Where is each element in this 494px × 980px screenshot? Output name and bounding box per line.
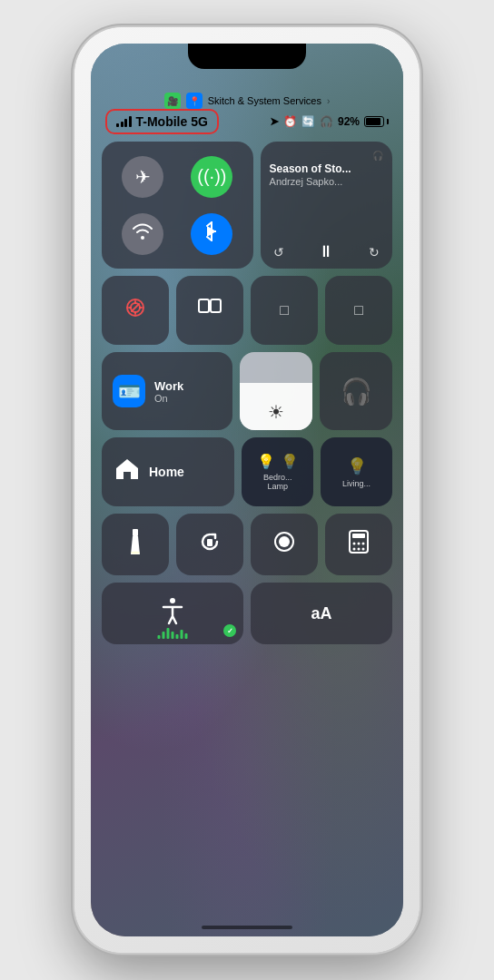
id-card-icon: 🪪 <box>118 380 141 402</box>
svg-point-13 <box>358 543 361 545</box>
lamp-on-icon: 💡 <box>257 453 275 470</box>
record-icon <box>274 532 294 557</box>
cellular-button[interactable]: ((·)) <box>191 156 232 198</box>
bedroom-lamp-icons: 💡 💡 <box>257 453 299 470</box>
bluetooth-button[interactable] <box>191 213 232 255</box>
calculator-icon <box>349 530 369 559</box>
media-artist: Andrzej Sapko... <box>270 176 383 187</box>
home-button[interactable]: Home <box>102 437 234 506</box>
calculator-button[interactable] <box>325 514 392 575</box>
svg-point-16 <box>358 548 361 551</box>
control-center-grid: ✈ ((·)) <box>102 142 392 911</box>
bar-6 <box>181 630 183 639</box>
media-controls: ↺ ⏸ ↻ <box>270 242 383 261</box>
carrier-badge[interactable]: T-Mobile 5G <box>105 109 219 134</box>
bar-5 <box>176 634 179 639</box>
work-text: Work On <box>154 379 183 404</box>
lamp-off-icon: 💡 <box>281 453 299 470</box>
notification-banner[interactable]: 🎥 📍 Skitch & System Services › <box>105 93 389 109</box>
signal-bars <box>116 116 132 127</box>
work-sub: On <box>154 393 183 404</box>
cellular-icon: ((·)) <box>197 166 226 187</box>
battery-indicator <box>364 116 389 127</box>
skip-back-button[interactable]: ↺ <box>273 245 284 260</box>
play-pause-button[interactable]: ⏸ <box>318 242 334 261</box>
svg-rect-11 <box>352 534 365 538</box>
svg-rect-7 <box>207 539 212 546</box>
battery-tip <box>387 119 389 124</box>
skitch-icon: 🎥 <box>164 93 181 109</box>
living-room-button[interactable]: 💡 Living... <box>321 437 392 506</box>
audio-output-button[interactable]: 🎧 <box>320 352 392 430</box>
carrier-text: T-Mobile 5G <box>136 114 208 129</box>
row-home-lights: Home 💡 💡 Bedro...Lamp 💡 Living... <box>102 437 392 506</box>
bedroom-lamp-button[interactable]: 💡 💡 Bedro...Lamp <box>242 437 313 506</box>
media-panel: 🎧 Season of Sto... Andrzej Sapko... ↺ ⏸ … <box>261 142 392 269</box>
svg-rect-3 <box>211 299 221 312</box>
unknown-icon-2: □ <box>354 302 363 318</box>
battery-fill <box>366 118 380 125</box>
unknown-tile-2[interactable]: □ <box>325 276 392 345</box>
bar-7 <box>185 633 188 639</box>
wifi-button[interactable] <box>122 213 163 255</box>
work-focus-button[interactable]: 🪪 Work On <box>102 352 232 430</box>
bar-3 <box>167 628 170 639</box>
connectivity-panel: ✈ ((·)) <box>102 142 253 269</box>
svg-point-18 <box>170 598 175 603</box>
airplane-icon: ✈ <box>135 166 151 188</box>
svg-rect-4 <box>133 529 138 536</box>
svg-point-6 <box>131 552 140 554</box>
living-lamp-icon: 💡 <box>347 456 367 476</box>
home-icon <box>114 457 140 487</box>
work-icon: 🪪 <box>113 375 145 407</box>
screen-mirror-button[interactable] <box>176 276 243 345</box>
row-connectivity-media: ✈ ((·)) <box>102 142 392 269</box>
rotation-lock-icon <box>199 531 221 558</box>
flashlight-icon <box>129 529 142 560</box>
notification-area: 🎥 📍 Skitch & System Services › <box>91 89 403 109</box>
living-room-label: Living... <box>342 479 370 488</box>
work-title: Work <box>154 379 183 393</box>
svg-point-17 <box>362 548 365 551</box>
alarm-icon: ⏰ <box>283 115 297 128</box>
phone-shell: 🎥 📍 Skitch & System Services › T-Mobile … <box>74 27 420 953</box>
home-indicator[interactable] <box>202 926 292 929</box>
battery-percent: 92% <box>338 115 360 128</box>
bar-1 <box>158 635 161 639</box>
bar-4 <box>172 632 174 639</box>
skip-forward-button[interactable]: ↻ <box>369 245 380 260</box>
sync-icon: 🔄 <box>301 115 315 128</box>
unknown-icon-1: □ <box>280 302 289 318</box>
flashlight-button[interactable] <box>102 514 169 575</box>
earbuds-indicator: 🎧 <box>270 151 383 161</box>
svg-point-14 <box>362 543 365 545</box>
svg-rect-2 <box>199 299 209 312</box>
audio-level-bars <box>158 628 188 639</box>
accessibility-icon <box>160 596 185 631</box>
notch <box>188 44 306 69</box>
bedroom-lamp-label: Bedro...Lamp <box>263 473 292 491</box>
notification-text[interactable]: Skitch & System Services <box>208 95 321 106</box>
media-title: Season of Sto... <box>270 162 383 175</box>
accessibility-active-badge: ✓ <box>223 624 236 637</box>
bar-2 <box>163 632 165 639</box>
chevron-right-icon[interactable]: › <box>327 96 330 106</box>
screen-record-button[interactable] <box>251 514 318 575</box>
location-icon: 📍 <box>186 93 203 109</box>
screen-mirror-icon <box>198 299 222 322</box>
brightness-slider[interactable]: ☀ <box>240 352 312 430</box>
rotation-lock-button[interactable] <box>176 514 243 575</box>
row-quick-tiles: □ □ <box>102 276 392 345</box>
screen-lock-button[interactable] <box>102 276 169 345</box>
wifi-icon <box>133 223 153 244</box>
location-status-icon: ➤ <box>270 115 279 128</box>
status-right: ➤ ⏰ 🔄 🎧 92% <box>270 115 389 128</box>
airplane-mode-button[interactable]: ✈ <box>122 156 163 198</box>
text-size-button[interactable]: aA <box>251 583 392 644</box>
airpods-icon: 🎧 <box>341 377 372 407</box>
accessibility-button[interactable]: ✓ <box>102 583 243 644</box>
svg-point-15 <box>353 548 356 551</box>
check-icon: ✓ <box>227 627 233 635</box>
unknown-tile-1[interactable]: □ <box>251 276 318 345</box>
phone-screen: 🎥 📍 Skitch & System Services › T-Mobile … <box>91 44 403 936</box>
